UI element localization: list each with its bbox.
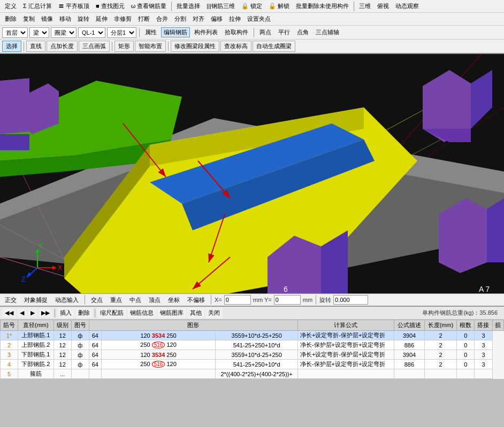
three-point-axis-btn[interactable]: 三点辅轴: [313, 27, 342, 37]
beam-id-select[interactable]: QL-1: [78, 27, 105, 38]
check-elevation-btn[interactable]: 查改标高: [220, 41, 251, 52]
close-panel-btn[interactable]: 关闭: [205, 308, 223, 318]
two-point-btn[interactable]: 两点: [257, 27, 274, 37]
col-shape: 图形: [89, 320, 297, 331]
x-input[interactable]: [224, 295, 251, 305]
table-row[interactable]: 1*上部钢筋.112ф64 120 3534 250 3559+10*d-25+…: [1, 331, 504, 340]
set-grip-btn[interactable]: 设置夹点: [245, 14, 273, 24]
cell-overlap: 0: [457, 360, 475, 369]
dynamic-input-btn[interactable]: 动态输入: [52, 295, 81, 305]
select-button[interactable]: 选择: [2, 41, 21, 52]
lock-btn[interactable]: 🔒 锁定: [239, 1, 265, 11]
cell-formula: 541-25+250+10*d: [216, 360, 297, 369]
align-slab-btn[interactable]: 〓 平齐板顶: [56, 1, 92, 11]
rebar-table-container[interactable]: 筋号 直径(mm) 级别 图号 图形 计算公式 公式描述 长度(mm) 根数 搭…: [0, 320, 504, 379]
cell-grade: [71, 369, 89, 379]
floor-select[interactable]: 首层: [2, 27, 28, 38]
component-list-btn[interactable]: 构件列表: [192, 27, 220, 37]
nav-next-btn[interactable]: ▶: [28, 308, 37, 317]
modify-segment-btn[interactable]: 修改圈梁段属性: [171, 41, 219, 52]
sum-calc-btn[interactable]: Σ 汇总计算: [20, 1, 55, 11]
dynamic-observe-btn[interactable]: 动态观察: [393, 1, 422, 11]
top-view-btn[interactable]: 俯视: [375, 1, 392, 11]
rotate-input[interactable]: [333, 295, 368, 305]
viewport-3d[interactable]: X Y Z 6 A 7: [0, 54, 504, 293]
stretch-btn[interactable]: 拉伸: [226, 14, 243, 24]
col-overlap: 搭接: [475, 320, 492, 331]
cell-diameter: 12: [54, 360, 71, 369]
vertex-btn[interactable]: 顶点: [146, 295, 163, 305]
col-name: 直径(mm): [18, 320, 54, 331]
break-btn[interactable]: 打断: [135, 14, 152, 24]
table-row[interactable]: 2上部钢筋.212ф64 250 516 120 541-25+250+10*d…: [1, 340, 504, 350]
batch-delete-btn[interactable]: 批量删除未使用构件: [293, 1, 352, 11]
y-input[interactable]: [274, 295, 301, 305]
nav-last-btn[interactable]: ▶▶: [39, 308, 52, 317]
point-length-btn[interactable]: 点加长度: [47, 41, 78, 52]
rebar-info-btn[interactable]: 钢筋信息: [127, 308, 156, 318]
cell-shape: [101, 369, 216, 379]
other-btn[interactable]: 其他: [187, 308, 204, 318]
component-type-select[interactable]: 梁: [29, 27, 49, 38]
smart-layout-btn[interactable]: 智能布置: [135, 41, 166, 52]
snap-btn[interactable]: 对象捕捉: [21, 295, 50, 305]
auto-gen-beam-btn[interactable]: 自动生成圈梁: [253, 41, 295, 52]
align-btn[interactable]: 对齐: [190, 14, 207, 24]
intersection-btn[interactable]: 交点: [88, 295, 105, 305]
property-btn[interactable]: 属性: [142, 27, 159, 37]
delete-btn[interactable]: 删除: [2, 14, 19, 24]
3d-btn[interactable]: 三维: [356, 1, 373, 11]
mirror-btn[interactable]: 镜像: [39, 14, 56, 24]
cell-name: 上部钢筋.2: [18, 340, 54, 350]
del-row-btn[interactable]: 删除: [75, 308, 93, 318]
insert-btn[interactable]: 插入: [57, 308, 74, 318]
svg-text:Y: Y: [39, 242, 43, 250]
copy-btn[interactable]: 复制: [20, 14, 37, 24]
extend-btn[interactable]: 延伸: [93, 14, 110, 24]
rebar-table: 筋号 直径(mm) 级别 图号 图形 计算公式 公式描述 长度(mm) 根数 搭…: [0, 320, 504, 379]
rebar-drawing-btn[interactable]: 钢筋图库: [157, 308, 186, 318]
compact-rebar-btn[interactable]: 缩尺配筋: [97, 308, 126, 318]
formula-circled: 516: [152, 361, 165, 368]
table-row[interactable]: 5箍筋... 2*((400-2*25)+(400-2*25))+: [1, 369, 504, 379]
rebar-panel: ◀◀ ◀ ▶ ▶▶ 插入 删除 缩尺配筋 钢筋信息 钢筋图库 其他 关闭 单构件…: [0, 306, 504, 379]
line-btn[interactable]: 直线: [26, 41, 45, 52]
find-element-btn[interactable]: ■ 查找图元: [93, 1, 127, 11]
no-trim-btn[interactable]: 非修剪: [111, 14, 134, 24]
no-offset-btn[interactable]: 不偏移: [185, 295, 208, 305]
cell-id: 5: [1, 369, 18, 379]
beam-type-select[interactable]: 圈梁: [51, 27, 77, 38]
rotate-label: 旋转: [319, 296, 331, 304]
rect-btn[interactable]: 矩形: [114, 41, 134, 52]
nav-first-btn[interactable]: ◀◀: [2, 308, 16, 317]
batch-select-btn[interactable]: 批量选择: [174, 1, 203, 11]
table-row[interactable]: 3下部钢筋.112ф64 120 3534 250 3559+10*d-25+2…: [1, 350, 504, 360]
point-angle-btn[interactable]: 点角: [294, 27, 311, 37]
cell-overlap: [457, 369, 475, 379]
split-btn[interactable]: 分割: [172, 14, 189, 24]
layer-select[interactable]: 分层1: [107, 27, 136, 38]
cell-drawing: 64: [89, 340, 101, 350]
cell-drawing: 64: [89, 331, 101, 340]
midpoint-btn[interactable]: 中点: [127, 295, 144, 305]
ortho-btn[interactable]: 正交: [2, 295, 19, 305]
x-label: X=: [215, 297, 222, 303]
coord-btn[interactable]: 坐标: [165, 295, 182, 305]
table-row[interactable]: 4下部钢筋.212ф64 250 516 120 541-25+250+10*d…: [1, 360, 504, 369]
move-btn[interactable]: 移动: [57, 14, 74, 24]
rebar-3d-btn[interactable]: |||钢筋三维: [204, 1, 238, 11]
define-btn[interactable]: 定义: [2, 1, 19, 11]
sep1: [171, 2, 172, 11]
three-arc-btn[interactable]: 三点画弧: [79, 41, 110, 52]
unlock-btn[interactable]: 🔓 解锁: [266, 1, 292, 11]
offset-btn[interactable]: 偏移: [208, 14, 225, 24]
pick-component-btn[interactable]: 拾取构件: [222, 27, 251, 37]
view-rebar-btn[interactable]: ω 查看钢筋量: [128, 1, 170, 11]
parallel-btn[interactable]: 平行: [276, 27, 293, 37]
col-grade: 级别: [54, 320, 71, 331]
endpoint-btn[interactable]: 重点: [108, 295, 125, 305]
merge-btn[interactable]: 合并: [154, 14, 171, 24]
rotate-btn[interactable]: 旋转: [75, 14, 92, 24]
nav-prev-btn[interactable]: ◀: [17, 308, 27, 317]
edit-rebar-btn[interactable]: 编辑钢筋: [161, 27, 190, 37]
